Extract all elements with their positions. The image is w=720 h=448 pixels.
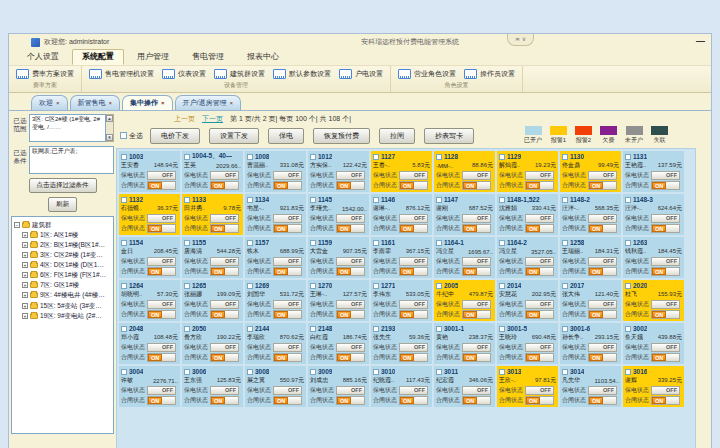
meter-card[interactable]: 3011纪宏霞346.06元保电状态OFF合闸状态ON [434, 366, 495, 407]
ribbon-button-费率方案设置[interactable]: 费率方案设置 [12, 69, 78, 79]
meter-card[interactable]: 1161李雨霏367.15元保电状态OFF合闸状态ON [371, 237, 432, 278]
switch-toggle[interactable]: ON [462, 310, 491, 319]
meter-card[interactable]: 1263钱秋霞..184.45元保电状态OFF合闸状态ON [623, 237, 684, 278]
close-icon[interactable]: × [161, 100, 165, 106]
card-checkbox[interactable] [121, 283, 127, 289]
meter-card[interactable]: 3014凡先华1103.54..保电状态OFF合闸状态ON [560, 366, 621, 407]
supply-toggle[interactable]: OFF [336, 386, 365, 395]
meter-card[interactable]: 1127王春-..5.83元保电状态OFF合闸状态ON [371, 151, 432, 192]
select-all[interactable]: 全选 [120, 131, 143, 141]
expand-box-icon[interactable]: + [22, 272, 28, 278]
expand-box-icon[interactable]: + [22, 303, 28, 309]
meter-card[interactable]: 1134韦昆-..921.83元保电状态OFF合闸状态ON [245, 194, 306, 235]
meter-card[interactable]: 1148-2汪洋-..568.35元保电状态OFF合闸状态ON [560, 194, 621, 235]
supply-toggle[interactable]: OFF [273, 171, 302, 180]
switch-toggle[interactable]: ON [399, 396, 428, 405]
switch-toggle[interactable]: ON [399, 224, 428, 233]
meter-card[interactable]: 1146谢琳-..876.12元保电状态OFF合闸状态ON [371, 194, 432, 235]
switch-toggle[interactable]: ON [525, 181, 554, 190]
supply-toggle[interactable]: OFF [651, 171, 680, 180]
supply-toggle[interactable]: OFF [462, 171, 491, 180]
meter-card[interactable]: 3001-6孙长争..293.15元保电状态OFF合闸状态ON [560, 323, 621, 364]
toolbar-button-恢复预付费[interactable]: 恢复预付费 [313, 128, 370, 144]
supply-toggle[interactable]: OFF [210, 214, 239, 223]
card-checkbox[interactable] [562, 283, 568, 289]
switch-toggle[interactable]: ON [525, 224, 554, 233]
supply-toggle[interactable]: OFF [588, 386, 617, 395]
meter-card[interactable]: 3008展之翼550.97元保电状态OFF合闸状态ON [245, 366, 306, 407]
switch-toggle[interactable]: ON [651, 353, 680, 362]
supply-toggle[interactable]: OFF [651, 343, 680, 352]
supply-toggle[interactable]: OFF [651, 300, 680, 309]
switch-toggle[interactable]: ON [651, 310, 680, 319]
meter-card[interactable]: 1164-2冯立星3527.05..保电状态OFF合闸状态ON [497, 237, 558, 278]
supply-toggle[interactable]: OFF [399, 171, 428, 180]
supply-toggle[interactable]: OFF [147, 171, 176, 180]
supply-toggle[interactable]: OFF [336, 343, 365, 352]
card-checkbox[interactable] [436, 283, 442, 289]
supply-toggle[interactable]: OFF [462, 343, 491, 352]
meter-card[interactable]: 2144李瑞欣870.62元保电状态OFF合闸状态ON [245, 323, 306, 364]
meter-card[interactable]: 1129解灿霞..19.23元保电状态OFF合闸状态ON [497, 151, 558, 192]
meter-card[interactable]: 1008曹温丽..331.08元保电状态OFF合闸状态ON [245, 151, 306, 192]
switch-toggle[interactable]: ON [273, 181, 302, 190]
meter-card[interactable]: 1271李伟东533.05元保电状态OFF合闸状态ON [371, 280, 432, 321]
menu-item-用户管理[interactable]: 用户管理 [127, 49, 179, 65]
switch-toggle[interactable]: ON [399, 181, 428, 190]
card-checkbox[interactable] [310, 326, 316, 332]
ribbon-collapse-control[interactable]: ≍ ∨ [507, 34, 534, 46]
switch-toggle[interactable]: ON [651, 224, 680, 233]
minimize-icon[interactable]: — [696, 36, 705, 46]
supply-toggle[interactable]: OFF [147, 300, 176, 309]
supply-toggle[interactable]: OFF [525, 214, 554, 223]
switch-toggle[interactable]: ON [588, 396, 617, 405]
tree-item[interactable]: +2区: B区1#楼(B区1#… [14, 240, 111, 250]
card-checkbox[interactable] [310, 369, 316, 375]
supply-toggle[interactable]: OFF [588, 171, 617, 180]
switch-toggle[interactable]: ON [462, 267, 491, 276]
meter-card[interactable]: 2050贵方欣190.22元保电状态OFF合闸状态ON [182, 323, 243, 364]
meter-card[interactable]: 1164-1冯立星1695.67..保电状态OFF合闸状态ON [434, 237, 495, 278]
card-checkbox[interactable] [247, 283, 253, 289]
card-checkbox[interactable] [436, 369, 442, 375]
select-all-checkbox[interactable] [120, 132, 127, 139]
supply-toggle[interactable]: OFF [210, 300, 239, 309]
meter-card[interactable]: 2048郑小霞108.48元保电状态OFF合闸状态ON [119, 323, 180, 364]
switch-toggle[interactable]: ON [651, 267, 680, 276]
supply-toggle[interactable]: OFF [651, 214, 680, 223]
switch-toggle[interactable]: ON [273, 353, 302, 362]
switch-toggle[interactable]: ON [147, 353, 176, 362]
meter-card[interactable]: 1270王琳-..127.57元保电状态OFF合闸状态ON [308, 280, 369, 321]
tree-item[interactable]: +9区: 4#楼电井 (4#楼… [14, 290, 111, 300]
toolbar-button-拉闸[interactable]: 拉闸 [379, 128, 415, 144]
meter-card[interactable]: 1264胡晓明..57.30元保电状态OFF合闸状态ON [119, 280, 180, 321]
supply-toggle[interactable]: OFF [336, 257, 365, 266]
card-checkbox[interactable] [184, 197, 190, 203]
ribbon-button-仪表设置[interactable]: 仪表设置 [158, 69, 210, 79]
card-checkbox[interactable] [562, 197, 568, 203]
switch-toggle[interactable]: ON [462, 181, 491, 190]
tree-item[interactable]: +4区: D区1#楼 (D区1… [14, 260, 111, 270]
ribbon-button-默认参数设置[interactable]: 默认参数设置 [269, 69, 335, 79]
switch-toggle[interactable]: ON [210, 267, 239, 276]
switch-toggle[interactable]: ON [399, 353, 428, 362]
card-checkbox[interactable] [373, 154, 379, 160]
card-checkbox[interactable] [373, 283, 379, 289]
card-checkbox[interactable] [562, 154, 568, 160]
supply-toggle[interactable]: OFF [399, 300, 428, 309]
card-checkbox[interactable] [310, 197, 316, 203]
tab-新管售电[interactable]: 新管售电× [70, 95, 121, 110]
card-checkbox[interactable] [562, 326, 568, 332]
next-page-link[interactable]: 下一页 [202, 114, 223, 124]
supply-toggle[interactable]: OFF [147, 214, 176, 223]
switch-toggle[interactable]: ON [147, 267, 176, 276]
switch-toggle[interactable]: ON [210, 224, 239, 233]
tree-item[interactable]: +6区: F区1#楼 (F区1#… [14, 270, 111, 280]
meter-card[interactable]: 1132石德银..36.37元保电状态OFF合闸状态ON [119, 194, 180, 235]
switch-toggle[interactable]: ON [336, 181, 365, 190]
switch-toggle[interactable]: ON [462, 224, 491, 233]
meter-card[interactable]: 3006王东强125.83元保电状态OFF合闸状态ON [182, 366, 243, 407]
menu-item-个人设置[interactable]: 个人设置 [17, 49, 69, 65]
ribbon-button-操作员设置[interactable]: 操作员设置 [460, 69, 519, 79]
supply-toggle[interactable]: OFF [210, 343, 239, 352]
